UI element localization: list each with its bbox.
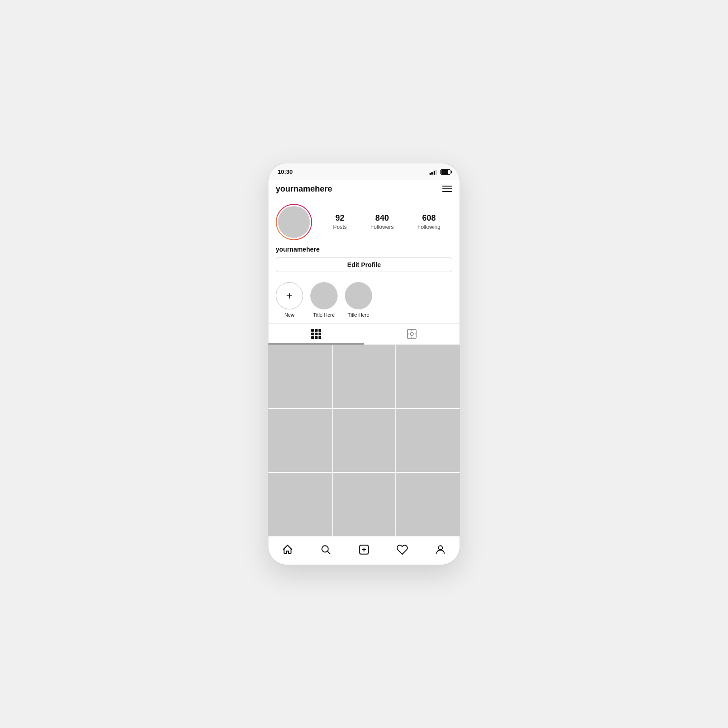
person-icon xyxy=(435,544,446,556)
tag-icon xyxy=(406,328,418,340)
app-header: yournamehere xyxy=(268,180,460,198)
header-username: yournamehere xyxy=(276,184,332,194)
nav-add[interactable] xyxy=(354,542,374,557)
highlight-new[interactable]: + New xyxy=(276,282,303,318)
status-bar: 10:30 xyxy=(268,163,460,180)
menu-button[interactable] xyxy=(442,186,452,192)
photo-cell-5[interactable] xyxy=(333,409,396,472)
photo-cell-6[interactable] xyxy=(396,409,460,472)
bottom-nav xyxy=(268,536,460,565)
tab-grid[interactable] xyxy=(268,324,364,344)
plus-icon: + xyxy=(286,290,293,301)
stat-following[interactable]: 608 Following xyxy=(417,213,440,230)
photo-cell-8[interactable] xyxy=(333,473,396,536)
photo-grid xyxy=(268,345,460,536)
status-time: 10:30 xyxy=(278,168,293,175)
signal-bar-4 xyxy=(435,170,437,175)
search-icon xyxy=(320,544,332,556)
add-icon xyxy=(358,544,370,556)
grid-icon xyxy=(311,329,321,339)
battery-icon xyxy=(440,169,450,175)
svg-point-6 xyxy=(322,546,328,552)
photo-cell-2[interactable] xyxy=(333,345,396,408)
highlight-item-1[interactable]: Title Here xyxy=(310,282,338,318)
stat-posts[interactable]: 92 Posts xyxy=(333,213,347,230)
profile-stats: 92 Posts 840 Followers 608 Following xyxy=(321,213,452,230)
highlight-item-2[interactable]: Title Here xyxy=(345,282,372,318)
profile-top: 92 Posts 840 Followers 608 Following xyxy=(276,204,452,240)
svg-point-1 xyxy=(410,333,414,336)
following-label: Following xyxy=(417,224,440,230)
avatar-wrapper[interactable] xyxy=(276,204,312,240)
nav-profile[interactable] xyxy=(431,542,450,557)
phone-frame: 10:30 yournamehere xyxy=(268,163,460,565)
followers-label: Followers xyxy=(370,224,394,230)
photo-cell-4[interactable] xyxy=(268,409,332,472)
nav-home[interactable] xyxy=(278,542,297,557)
photo-cell-3[interactable] xyxy=(396,345,460,408)
edit-profile-button[interactable]: Edit Profile xyxy=(276,258,452,272)
stat-followers[interactable]: 840 Followers xyxy=(370,213,394,230)
signal-bar-3 xyxy=(434,171,435,175)
posts-label: Posts xyxy=(333,224,347,230)
highlights-section: + New Title Here Title Here xyxy=(268,282,460,324)
photo-cell-1[interactable] xyxy=(268,345,332,408)
avatar xyxy=(277,205,311,239)
home-icon xyxy=(282,544,293,556)
highlight-circle-1 xyxy=(310,282,338,309)
profile-username: yournamehere xyxy=(276,246,452,253)
svg-line-7 xyxy=(328,551,330,554)
highlight-label-1: Title Here xyxy=(313,312,334,318)
nav-likes[interactable] xyxy=(393,542,412,557)
hamburger-line-2 xyxy=(442,188,452,189)
signal-bar-1 xyxy=(430,173,431,175)
posts-count: 92 xyxy=(335,213,344,223)
hamburger-line-3 xyxy=(442,191,452,192)
svg-point-11 xyxy=(439,546,443,550)
content-tab-bar xyxy=(268,324,460,345)
followers-count: 840 xyxy=(375,213,389,223)
highlight-circle-new: + xyxy=(276,282,303,309)
heart-icon xyxy=(396,544,408,556)
highlight-label-2: Title Here xyxy=(348,312,369,318)
battery-fill xyxy=(441,170,448,174)
signal-icon xyxy=(430,169,437,175)
status-icons xyxy=(430,169,451,175)
highlight-label-new: New xyxy=(284,312,294,318)
photo-cell-7[interactable] xyxy=(268,473,332,536)
nav-search[interactable] xyxy=(316,542,335,557)
photo-cell-9[interactable] xyxy=(396,473,460,536)
highlight-circle-2 xyxy=(345,282,372,309)
following-count: 608 xyxy=(422,213,436,223)
tab-tagged[interactable] xyxy=(364,324,460,344)
hamburger-line-1 xyxy=(442,186,452,187)
profile-section: 92 Posts 840 Followers 608 Following you… xyxy=(268,198,460,282)
signal-bar-2 xyxy=(431,172,433,175)
